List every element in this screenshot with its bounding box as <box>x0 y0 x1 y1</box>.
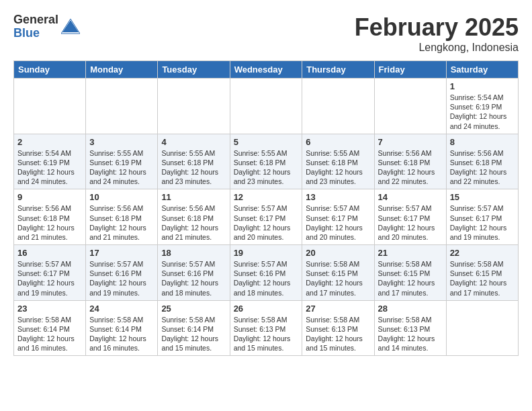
calendar-table: SundayMondayTuesdayWednesdayThursdayFrid… <box>13 60 519 356</box>
header-cell-friday: Friday <box>374 61 446 79</box>
day-number: 22 <box>450 248 515 258</box>
day-number: 1 <box>450 81 515 91</box>
day-cell: 23Sunrise: 5:58 AM Sunset: 6:14 PM Dayli… <box>14 300 86 356</box>
day-number: 20 <box>306 248 370 258</box>
day-number: 19 <box>234 248 299 258</box>
title-area: February 2025 Lengkong, Indonesia <box>355 13 519 54</box>
day-number: 28 <box>378 304 443 314</box>
day-detail: Sunrise: 5:57 AM Sunset: 6:16 PM Dayligh… <box>89 259 154 298</box>
week-row-1: 1Sunrise: 5:54 AM Sunset: 6:19 PM Daylig… <box>14 79 519 134</box>
day-cell <box>302 79 374 134</box>
day-cell: 25Sunrise: 5:58 AM Sunset: 6:14 PM Dayli… <box>158 300 230 356</box>
day-cell: 11Sunrise: 5:56 AM Sunset: 6:18 PM Dayli… <box>158 189 230 245</box>
day-number: 18 <box>161 248 226 258</box>
day-number: 24 <box>89 304 154 314</box>
day-cell: 12Sunrise: 5:57 AM Sunset: 6:17 PM Dayli… <box>230 189 302 245</box>
day-detail: Sunrise: 5:55 AM Sunset: 6:19 PM Dayligh… <box>89 148 154 187</box>
day-number: 13 <box>306 192 370 202</box>
calendar-header: SundayMondayTuesdayWednesdayThursdayFrid… <box>14 61 519 79</box>
location-subtitle: Lengkong, Indonesia <box>355 42 519 54</box>
day-cell: 2Sunrise: 5:54 AM Sunset: 6:19 PM Daylig… <box>14 134 86 189</box>
day-cell: 9Sunrise: 5:56 AM Sunset: 6:18 PM Daylig… <box>14 189 86 245</box>
day-cell: 21Sunrise: 5:58 AM Sunset: 6:15 PM Dayli… <box>374 245 446 301</box>
day-number: 27 <box>306 304 370 314</box>
day-cell: 8Sunrise: 5:56 AM Sunset: 6:18 PM Daylig… <box>446 134 518 189</box>
day-number: 26 <box>234 304 299 314</box>
day-number: 16 <box>17 248 82 258</box>
day-number: 15 <box>450 192 515 202</box>
day-number: 25 <box>161 304 226 314</box>
header-cell-saturday: Saturday <box>446 61 518 79</box>
day-detail: Sunrise: 5:55 AM Sunset: 6:18 PM Dayligh… <box>234 148 299 187</box>
header-cell-monday: Monday <box>86 61 158 79</box>
header-cell-tuesday: Tuesday <box>158 61 230 79</box>
day-cell: 13Sunrise: 5:57 AM Sunset: 6:17 PM Dayli… <box>302 189 374 245</box>
day-detail: Sunrise: 5:58 AM Sunset: 6:14 PM Dayligh… <box>89 315 154 353</box>
day-cell: 28Sunrise: 5:58 AM Sunset: 6:13 PM Dayli… <box>374 300 446 356</box>
day-cell: 16Sunrise: 5:57 AM Sunset: 6:17 PM Dayli… <box>14 245 86 301</box>
day-cell: 6Sunrise: 5:55 AM Sunset: 6:18 PM Daylig… <box>302 134 374 189</box>
day-cell: 20Sunrise: 5:58 AM Sunset: 6:15 PM Dayli… <box>302 245 374 301</box>
day-detail: Sunrise: 5:58 AM Sunset: 6:14 PM Dayligh… <box>161 315 226 353</box>
day-detail: Sunrise: 5:58 AM Sunset: 6:13 PM Dayligh… <box>234 315 299 353</box>
day-number: 14 <box>378 192 443 202</box>
day-detail: Sunrise: 5:56 AM Sunset: 6:18 PM Dayligh… <box>450 148 515 187</box>
day-detail: Sunrise: 5:56 AM Sunset: 6:18 PM Dayligh… <box>17 203 82 242</box>
day-detail: Sunrise: 5:57 AM Sunset: 6:17 PM Dayligh… <box>378 203 443 242</box>
day-number: 9 <box>17 192 82 202</box>
day-number: 8 <box>450 137 515 147</box>
logo-general-text: General <box>13 13 58 27</box>
week-row-5: 23Sunrise: 5:58 AM Sunset: 6:14 PM Dayli… <box>14 300 519 356</box>
logo-icon <box>61 17 80 36</box>
day-cell: 19Sunrise: 5:57 AM Sunset: 6:16 PM Dayli… <box>230 245 302 301</box>
month-title: February 2025 <box>355 13 519 42</box>
day-cell: 1Sunrise: 5:54 AM Sunset: 6:19 PM Daylig… <box>446 79 518 134</box>
day-detail: Sunrise: 5:56 AM Sunset: 6:18 PM Dayligh… <box>378 148 443 187</box>
day-detail: Sunrise: 5:54 AM Sunset: 6:19 PM Dayligh… <box>17 148 82 187</box>
day-cell: 14Sunrise: 5:57 AM Sunset: 6:17 PM Dayli… <box>374 189 446 245</box>
day-detail: Sunrise: 5:58 AM Sunset: 6:15 PM Dayligh… <box>378 259 443 298</box>
day-cell: 10Sunrise: 5:56 AM Sunset: 6:18 PM Dayli… <box>86 189 158 245</box>
header-cell-wednesday: Wednesday <box>230 61 302 79</box>
header-row: SundayMondayTuesdayWednesdayThursdayFrid… <box>14 61 519 79</box>
week-row-2: 2Sunrise: 5:54 AM Sunset: 6:19 PM Daylig… <box>14 134 519 189</box>
day-detail: Sunrise: 5:58 AM Sunset: 6:14 PM Dayligh… <box>17 315 82 353</box>
day-number: 17 <box>89 248 154 258</box>
day-cell <box>86 79 158 134</box>
day-cell: 18Sunrise: 5:57 AM Sunset: 6:16 PM Dayli… <box>158 245 230 301</box>
day-cell <box>230 79 302 134</box>
day-detail: Sunrise: 5:55 AM Sunset: 6:18 PM Dayligh… <box>306 148 370 187</box>
day-detail: Sunrise: 5:58 AM Sunset: 6:13 PM Dayligh… <box>306 315 370 353</box>
day-cell: 15Sunrise: 5:57 AM Sunset: 6:17 PM Dayli… <box>446 189 518 245</box>
day-detail: Sunrise: 5:56 AM Sunset: 6:18 PM Dayligh… <box>161 203 226 242</box>
day-number: 21 <box>378 248 443 258</box>
logo-blue-text: Blue <box>13 27 58 40</box>
logo: General Blue <box>13 13 80 40</box>
day-detail: Sunrise: 5:54 AM Sunset: 6:19 PM Dayligh… <box>450 93 515 131</box>
day-cell <box>14 79 86 134</box>
page-header: General Blue February 2025 Lengkong, Ind… <box>13 13 519 54</box>
day-number: 7 <box>378 137 443 147</box>
day-detail: Sunrise: 5:55 AM Sunset: 6:18 PM Dayligh… <box>161 148 226 187</box>
day-cell: 22Sunrise: 5:58 AM Sunset: 6:15 PM Dayli… <box>446 245 518 301</box>
day-cell: 7Sunrise: 5:56 AM Sunset: 6:18 PM Daylig… <box>374 134 446 189</box>
day-number: 10 <box>89 192 154 202</box>
day-cell <box>158 79 230 134</box>
day-number: 12 <box>234 192 299 202</box>
day-detail: Sunrise: 5:57 AM Sunset: 6:16 PM Dayligh… <box>161 259 226 298</box>
day-number: 5 <box>234 137 299 147</box>
day-detail: Sunrise: 5:57 AM Sunset: 6:17 PM Dayligh… <box>17 259 82 298</box>
day-detail: Sunrise: 5:57 AM Sunset: 6:17 PM Dayligh… <box>306 203 370 242</box>
day-cell: 27Sunrise: 5:58 AM Sunset: 6:13 PM Dayli… <box>302 300 374 356</box>
day-number: 2 <box>17 137 82 147</box>
day-cell: 24Sunrise: 5:58 AM Sunset: 6:14 PM Dayli… <box>86 300 158 356</box>
day-cell: 3Sunrise: 5:55 AM Sunset: 6:19 PM Daylig… <box>86 134 158 189</box>
day-number: 6 <box>306 137 370 147</box>
svg-marker-0 <box>62 20 79 32</box>
day-detail: Sunrise: 5:57 AM Sunset: 6:17 PM Dayligh… <box>234 203 299 242</box>
day-detail: Sunrise: 5:57 AM Sunset: 6:17 PM Dayligh… <box>450 203 515 242</box>
day-cell: 4Sunrise: 5:55 AM Sunset: 6:18 PM Daylig… <box>158 134 230 189</box>
day-detail: Sunrise: 5:57 AM Sunset: 6:16 PM Dayligh… <box>234 259 299 298</box>
header-cell-sunday: Sunday <box>14 61 86 79</box>
day-cell <box>446 300 518 356</box>
